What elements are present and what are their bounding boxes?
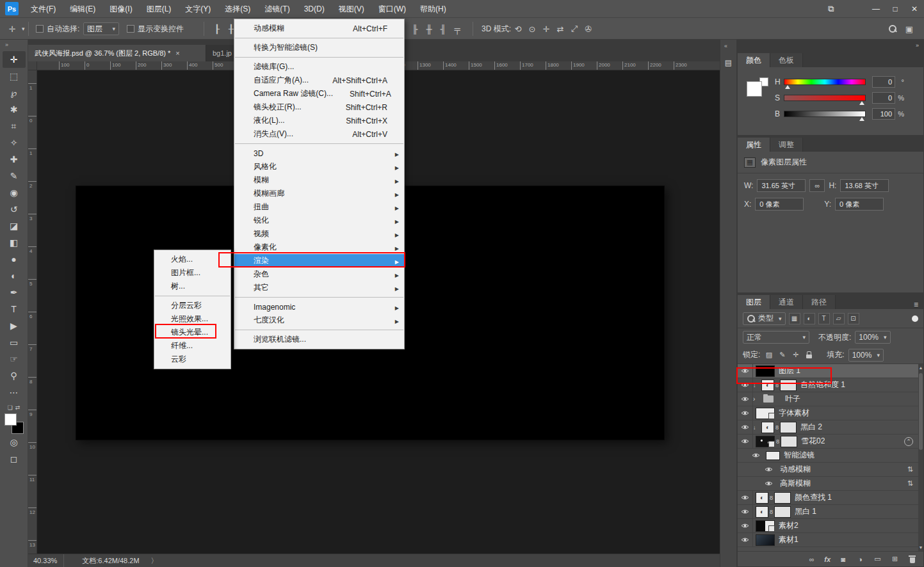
status-expand-icon[interactable]: 〉 (146, 556, 163, 566)
search-icon[interactable] (888, 18, 897, 40)
current-tool-icon[interactable]: ✛ ▾ (5, 18, 25, 40)
swap-colors-icon[interactable]: ⇄ (15, 404, 20, 411)
submenu-item[interactable]: 树... (154, 280, 231, 293)
submenu-item[interactable]: 火焰... (154, 253, 231, 266)
layer-thumbnail[interactable] (762, 394, 781, 405)
constrain-link-icon[interactable]: ∞ (809, 179, 825, 192)
new-layer-icon[interactable]: ⊞ (890, 555, 900, 563)
move-tool[interactable]: ✛ (3, 51, 26, 68)
slider-value[interactable]: 0 (872, 76, 895, 88)
rectangle-tool[interactable]: ▭ (3, 334, 26, 351)
menubar-item[interactable]: 图像(I) (102, 0, 139, 18)
brush-tool[interactable]: ✎ (3, 168, 26, 184)
slider-track[interactable] (784, 79, 866, 85)
workspace-icon[interactable]: ⧉ (822, 4, 841, 14)
align-left-icon[interactable]: ┠ (210, 24, 224, 34)
visibility-toggle[interactable] (761, 477, 776, 490)
layer-row-motion-blur-filter[interactable]: ↓ › 8 动感模糊 ⌃ ⇅ (738, 463, 923, 477)
layer-name[interactable]: 素材1 (779, 534, 798, 545)
layer-thumbnail[interactable] (761, 379, 774, 391)
submenu-item[interactable] (155, 296, 230, 296)
tab-swatches[interactable]: 色板 (770, 53, 803, 67)
layer-name[interactable]: 图层 1 (779, 365, 800, 376)
submenu-item[interactable]: 分层云彩 (154, 299, 231, 312)
filter-menu-item[interactable]: 锐化 (234, 214, 404, 227)
slider-value[interactable]: 0 (872, 92, 895, 104)
filter-menu-item[interactable]: 像素化 (234, 241, 404, 254)
width-field[interactable]: 31.65 英寸 (757, 179, 806, 192)
fill-dropdown[interactable]: 100% ▾ (848, 349, 884, 362)
slider-track[interactable] (784, 95, 866, 101)
blend-mode-dropdown[interactable]: 正常 ▾ (743, 331, 809, 344)
layer-row-black-white-2[interactable]: ↓ › 8 黑白 2 ⌃ ⇅ (738, 420, 923, 435)
opacity-dropdown[interactable]: 100% ▾ (855, 331, 890, 344)
new-adjustment-layer-icon[interactable]: ◑ (855, 555, 865, 563)
filter-menu-item[interactable]: 扭曲 (234, 200, 404, 214)
distribute-hcenter-icon[interactable]: ╫ (422, 24, 436, 34)
lock-all-icon[interactable] (804, 351, 814, 358)
slider-track[interactable] (784, 111, 866, 117)
filter-menu-item[interactable]: 风格化 (234, 160, 404, 173)
foreground-color-swatch[interactable] (747, 81, 762, 97)
screen-mode-button[interactable]: ◻ (3, 451, 26, 467)
layer-mask-thumbnail[interactable] (780, 422, 797, 433)
submenu-item[interactable]: 镜头光晕... (154, 326, 231, 339)
visibility-toggle[interactable] (761, 463, 776, 476)
layer-thumbnail[interactable] (761, 422, 774, 433)
y-field[interactable]: 0 像素 (835, 198, 884, 211)
layer-row-font-material[interactable]: ↓ › 8 字体素材 ⌃ ⇅ (738, 406, 923, 420)
filter-blend-options-icon[interactable]: ⇅ (907, 465, 913, 474)
crop-tool[interactable]: ⌗ (3, 118, 26, 134)
slider-thumb[interactable] (859, 101, 864, 105)
visibility-toggle[interactable] (738, 505, 753, 518)
filter-menu-item[interactable] (235, 330, 403, 330)
menubar-item[interactable]: 帮助(H) (413, 0, 453, 18)
layer-row-material-2[interactable]: ↓ › 8 素材2 ⌃ ⇅ (738, 519, 923, 533)
show-transform-checkbox[interactable] (127, 25, 134, 33)
scrollbar-thumb[interactable] (919, 373, 923, 450)
filter-menu-item[interactable]: 其它 (234, 281, 404, 294)
filter-blend-options-icon[interactable]: ⇅ (907, 479, 913, 488)
menubar-item[interactable]: 选择(S) (218, 0, 257, 18)
scroll-up-icon[interactable]: ▲ (918, 365, 923, 370)
close-button[interactable]: ✕ (905, 4, 924, 13)
filter-shape-layers-icon[interactable]: ▱ (833, 313, 845, 324)
visibility-toggle[interactable] (738, 435, 753, 448)
slider-thumb[interactable] (859, 117, 864, 121)
filter-menu-item[interactable]: 模糊 (234, 173, 404, 187)
layer-filter-dropdown[interactable]: 类型 ▾ (743, 312, 786, 325)
layer-row-black-white-1[interactable]: ↓ › 8 黑白 1 ⌃ ⇅ (738, 505, 923, 519)
layer-thumbnail[interactable] (756, 506, 768, 518)
layer-name[interactable]: 颜色查找 1 (795, 492, 832, 503)
gradient-tool[interactable]: ◧ (3, 234, 26, 251)
mask-link-icon[interactable]: 8 (776, 438, 779, 445)
visibility-toggle[interactable] (738, 378, 753, 392)
slider-thumb[interactable] (785, 85, 790, 89)
3d-slide-icon[interactable]: ⇄ (553, 24, 567, 34)
layer-row-smart-filters[interactable]: ↓ › 8 智能滤镜 ⌃ ⇅ (738, 449, 923, 463)
menubar-item[interactable]: 3D(D) (297, 0, 332, 18)
filter-type-layers-icon[interactable]: T (818, 313, 830, 324)
lock-image-pixels-icon[interactable]: ✎ (777, 351, 787, 359)
filter-menu-item[interactable]: 七度汉化 (234, 314, 404, 327)
layer-name[interactable]: 黑白 1 (795, 506, 816, 517)
history-brush-tool[interactable]: ↺ (3, 201, 26, 218)
quick-selection-tool[interactable]: ✱ (3, 101, 26, 118)
add-layer-mask-icon[interactable]: ◙ (838, 555, 848, 563)
layer-thumbnail[interactable] (756, 520, 775, 532)
menubar-item[interactable]: 窗口(W) (371, 0, 413, 18)
filter-menu-item[interactable]: Camera Raw 滤镜(C)... Shift+Ctrl+A (234, 87, 404, 100)
mask-link-icon[interactable]: 8 (775, 382, 779, 388)
submenu-item[interactable]: 纤维... (154, 339, 231, 353)
auto-select-dropdown[interactable]: 图层 ▾ (83, 18, 119, 40)
visibility-toggle[interactable] (738, 392, 753, 406)
layer-styles-icon[interactable]: fx (824, 555, 831, 563)
filter-smart-objects-icon[interactable]: ⊡ (848, 313, 859, 324)
layer-row-layer-1[interactable]: ↓ › 8 图层 1 ⌃ ⇅ (738, 364, 923, 378)
filter-menu-item[interactable]: 渲染 (234, 254, 404, 268)
visibility-toggle[interactable] (738, 406, 753, 420)
x-field[interactable]: 0 像素 (755, 198, 804, 211)
layer-name[interactable]: 黑白 2 (800, 422, 822, 433)
layer-name[interactable]: 动感模糊 (780, 464, 811, 475)
tab-adjustments[interactable]: 调整 (770, 138, 803, 152)
